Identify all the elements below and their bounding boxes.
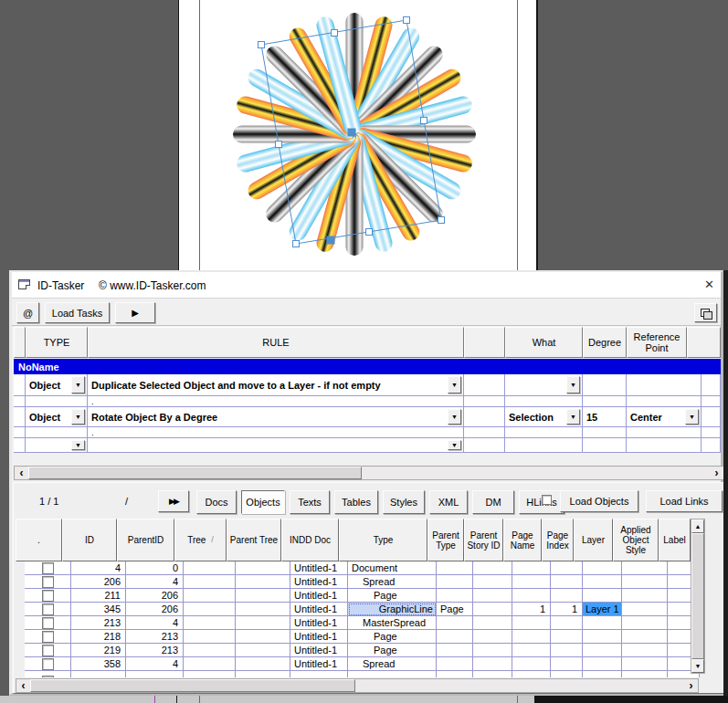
table-row: 4 0 Untitled-1 Document (25, 561, 700, 575)
dropdown-arrow-icon[interactable]: ▼ (566, 376, 580, 393)
run-button[interactable]: ▶ (115, 302, 155, 323)
dropdown-arrow-icon[interactable]: ▼ (71, 376, 85, 393)
app-icon (18, 279, 30, 289)
rule-combo[interactable]: ▼ (88, 438, 464, 453)
what-combo[interactable]: ▼ (505, 374, 583, 396)
tab-xml[interactable]: XML (429, 490, 468, 514)
reference-point-combo[interactable]: Center ▼ (627, 407, 702, 427)
rule-hscrollbar[interactable]: ‹ › (14, 466, 724, 480)
rule-combo[interactable]: Rotate Object By a Degree ▼ (88, 407, 464, 427)
grid-hscrollbar[interactable]: ‹ › (16, 678, 699, 693)
rule-header-degree[interactable]: Degree (583, 327, 627, 358)
row-checkbox[interactable] (42, 645, 54, 656)
scroll-left-icon[interactable]: ‹ (17, 679, 29, 692)
layer-highlight[interactable]: Layer 1 (583, 603, 622, 615)
data-grid-header: . ID ParentID Tree / Parent Tree INDD Do… (16, 519, 691, 561)
rule-header-reference-point[interactable]: Reference Point (627, 327, 687, 358)
col-applied-object-style[interactable]: Applied Object Style (613, 519, 659, 561)
scroll-right-icon[interactable]: › (711, 467, 723, 479)
table-row: 358 4 Untitled-1 Spread (25, 657, 700, 671)
col-parent-story-id[interactable]: Parent Story ID (464, 519, 503, 561)
page-counter: 1 / 1 (39, 496, 58, 507)
row-checkbox[interactable] (42, 576, 54, 588)
row-checkbox[interactable] (42, 590, 54, 602)
task-group-row[interactable]: NoName (14, 359, 721, 374)
rule-header-what[interactable]: What (505, 327, 583, 358)
col-parentid[interactable]: ParentID (117, 519, 174, 561)
tab-docs[interactable]: Docs (196, 490, 237, 514)
rule-header-rule[interactable]: RULE (88, 327, 464, 358)
table-row: 206 4 Untitled-1 Spread (25, 575, 700, 589)
dropdown-arrow-icon[interactable]: ▼ (71, 440, 85, 450)
degree-cell[interactable]: 15 (583, 407, 627, 427)
tab-styles[interactable]: Styles (383, 490, 425, 514)
table-row-selected: 345 206 Untitled-1 GraphicLine Page 1 1 … (25, 603, 700, 616)
load-tasks-button[interactable]: Load Tasks (45, 302, 110, 323)
type-combo[interactable]: ▼ (26, 438, 88, 453)
row-checkbox[interactable] (42, 617, 54, 629)
rule-combo[interactable]: Duplicate Selected Object and move to a … (88, 374, 464, 396)
row-checkbox[interactable] (42, 562, 54, 574)
scroll-right-icon[interactable]: › (685, 679, 697, 692)
toolbar: @ Load Tasks ▶ (12, 299, 721, 326)
row-checkbox[interactable] (42, 631, 54, 643)
dropdown-arrow-icon[interactable]: ▼ (71, 409, 85, 425)
col-parent-tree[interactable]: Parent Tree (227, 519, 281, 561)
table-row-partial (25, 671, 700, 677)
row-checkbox[interactable] (42, 676, 54, 678)
scrollbar-thumb[interactable] (28, 467, 362, 479)
load-objects-checkbox[interactable] (542, 495, 552, 505)
at-button[interactable]: @ (16, 302, 39, 323)
scroll-left-icon[interactable]: ‹ (16, 467, 27, 479)
left-edge-backdrop (0, 270, 9, 703)
row-checkbox[interactable] (42, 603, 54, 615)
degree-cell[interactable] (583, 374, 627, 396)
rule-header-type[interactable]: TYPE (26, 327, 88, 358)
col-parent-type[interactable]: Parent Type (427, 519, 464, 561)
scrollbar-thumb[interactable] (30, 679, 355, 692)
tab-texts[interactable]: Texts (290, 490, 330, 514)
col-indd-doc[interactable]: INDD Doc (281, 519, 339, 561)
dropdown-arrow-icon[interactable]: ▼ (685, 409, 699, 425)
type-combo[interactable]: Object ▼ (26, 374, 88, 396)
col-id[interactable]: ID (62, 519, 117, 561)
tab-dm[interactable]: DM (472, 490, 514, 514)
load-links-button[interactable]: Load Links (646, 490, 723, 512)
tab-tables[interactable]: Tables (334, 490, 378, 514)
col-type[interactable]: Type (339, 519, 427, 561)
col-check[interactable]: . (16, 519, 62, 561)
col-page-name[interactable]: Page Name (503, 519, 542, 561)
tab-strip: Docs Objects Texts Tables Styles XML DM … (196, 490, 569, 514)
fast-forward-button[interactable]: ▶▶ (158, 490, 189, 512)
scroll-up-icon[interactable]: ▲ (691, 519, 704, 533)
col-label[interactable]: Label (659, 519, 691, 561)
page-edge-line (176, 696, 177, 703)
dropdown-arrow-icon[interactable]: ▼ (448, 376, 461, 393)
col-tree[interactable]: Tree / (174, 519, 227, 561)
cascade-button[interactable] (694, 303, 717, 322)
grid-vscrollbar[interactable]: ▲ ▼ (691, 519, 705, 674)
margin-guide-right (517, 0, 518, 270)
rule-header-blank1 (14, 327, 26, 358)
rule-subrow: . (14, 427, 721, 438)
col-page-index[interactable]: Page Index (542, 519, 574, 561)
indesign-canvas[interactable] (0, 0, 728, 270)
scroll-down-icon[interactable]: ▼ (691, 659, 704, 673)
tab-objects[interactable]: Objects (241, 490, 285, 514)
type-combo[interactable]: Object ▼ (26, 407, 88, 427)
rule-subrow: . (14, 396, 721, 407)
dropdown-arrow-icon[interactable]: ▼ (566, 409, 580, 425)
dropdown-arrow-icon[interactable]: ▼ (448, 440, 461, 450)
selected-type-cell[interactable]: GraphicLine (348, 603, 437, 616)
load-objects-button[interactable]: Load Objects (560, 490, 638, 512)
title-bar[interactable]: ID-Tasker © www.ID-Tasker.com ✕ (12, 272, 721, 299)
id-tasker-window: ID-Tasker © www.ID-Tasker.com ✕ @ Load T… (9, 270, 723, 696)
right-edge-backdrop (723, 270, 728, 703)
row-checkbox[interactable] (42, 658, 54, 670)
close-button[interactable]: ✕ (704, 278, 714, 291)
dropdown-arrow-icon[interactable]: ▼ (448, 409, 461, 425)
what-combo[interactable]: Selection ▼ (505, 407, 583, 427)
col-layer[interactable]: Layer (574, 519, 613, 561)
reference-point-combo[interactable] (627, 374, 702, 396)
scrollbar-thumb[interactable] (691, 533, 704, 659)
